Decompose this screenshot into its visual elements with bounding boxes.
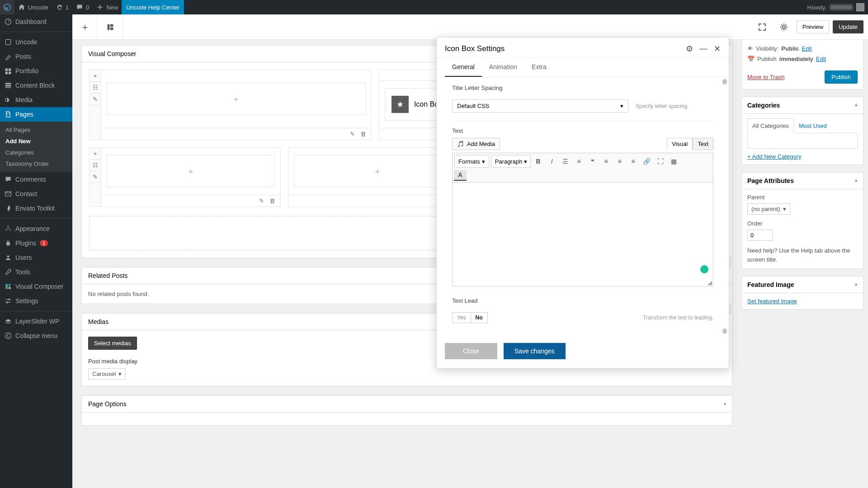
text-lead-yes[interactable]: Yes: [453, 313, 471, 323]
media-display-select[interactable]: Carousel▾: [88, 368, 126, 380]
sidebar-media[interactable]: Media: [0, 93, 72, 107]
link-icon[interactable]: 🔗: [641, 155, 653, 168]
modal-minimize-icon[interactable]: —: [699, 44, 708, 54]
wp-logo[interactable]: [0, 0, 14, 14]
sidebar-pages[interactable]: Pages: [0, 107, 72, 122]
updates-link[interactable]: 1: [52, 0, 72, 14]
sidebar-posts[interactable]: Posts: [0, 49, 72, 64]
bold-icon[interactable]: B: [532, 155, 545, 168]
align-right-icon[interactable]: ≡: [627, 155, 640, 168]
parent-select[interactable]: (no parent)▾: [747, 203, 790, 215]
sidebar-sub-add-new[interactable]: Add New: [0, 136, 72, 147]
sidebar-visual-composer[interactable]: Visual Composer: [0, 279, 72, 294]
categories-box-title[interactable]: Categories: [742, 97, 863, 114]
row-edit-icon[interactable]: ✎: [90, 94, 101, 105]
resize-handle[interactable]: [708, 281, 712, 285]
add-media-button[interactable]: 🎵Add Media: [452, 138, 500, 150]
fullscreen-editor-icon[interactable]: ⛶: [654, 155, 667, 168]
tab-most-used[interactable]: Most Used: [794, 118, 832, 133]
vc-templates[interactable]: [98, 14, 123, 40]
publish-button[interactable]: Publish: [825, 70, 858, 84]
editor-tab-visual[interactable]: Visual: [667, 138, 693, 150]
set-featured-image-link[interactable]: Set featured image: [747, 298, 797, 305]
col-edit-icon[interactable]: ✎: [348, 129, 358, 139]
row-columns-icon[interactable]: ☷: [90, 160, 101, 171]
row-columns-icon[interactable]: ☷: [90, 82, 101, 94]
sidebar-tools[interactable]: Tools: [0, 265, 72, 279]
avatar[interactable]: [856, 3, 864, 11]
sidebar-sub-all-pages[interactable]: All Pages: [0, 124, 72, 136]
sidebar-dashboard[interactable]: Dashboard: [0, 14, 72, 29]
col-edit-icon[interactable]: ✎: [257, 196, 267, 206]
fullscreen-icon[interactable]: [753, 18, 771, 36]
text-lead-no[interactable]: No: [471, 313, 487, 323]
sidebar-portfolio[interactable]: Portfolio: [0, 64, 72, 78]
row-add-icon[interactable]: ＋: [90, 70, 101, 82]
save-changes-button[interactable]: Save changes: [504, 343, 566, 359]
sidebar-appearance[interactable]: Appearance: [0, 221, 72, 236]
sidebar-sub-categories[interactable]: Categories: [0, 147, 72, 158]
grammarly-icon: [700, 265, 708, 273]
italic-icon[interactable]: I: [546, 155, 558, 168]
sidebar-layerslider[interactable]: LayerSlider WP: [0, 314, 72, 328]
bullet-list-icon[interactable]: ☰: [559, 155, 572, 168]
new-link[interactable]: New: [93, 0, 122, 14]
blockquote-icon[interactable]: ❝: [586, 155, 599, 168]
text-lead-toggle[interactable]: Yes No: [452, 312, 488, 323]
select-medias-button[interactable]: Select medias: [88, 337, 137, 350]
text-field-label: Text: [452, 127, 713, 134]
editor-tab-text[interactable]: Text: [693, 138, 713, 150]
toolbar-toggle-icon[interactable]: ▦: [668, 155, 680, 168]
modal-tab-extra[interactable]: Extra: [524, 58, 554, 77]
parent-value: (no parent): [751, 206, 780, 212]
col-delete-icon[interactable]: 🗑: [268, 196, 278, 206]
sidebar-comments[interactable]: Comments: [0, 172, 72, 187]
col-add-placeholder[interactable]: ＋: [107, 155, 275, 188]
col-delete-icon[interactable]: 🗑: [359, 129, 368, 139]
modal-gear-icon[interactable]: ⚙: [686, 44, 693, 54]
sidebar-content-block[interactable]: Content Block: [0, 78, 72, 93]
sidebar-envato[interactable]: Envato Toolkit: [0, 201, 72, 216]
sidebar-contact[interactable]: Contact: [0, 187, 72, 201]
sidebar-collapse[interactable]: Collapse menu: [0, 328, 72, 343]
col-add-placeholder[interactable]: ＋: [107, 83, 366, 115]
comments-link[interactable]: 0: [72, 0, 93, 14]
paragraph-dropdown[interactable]: Paragraph▾: [491, 155, 531, 168]
sidebar-uncode[interactable]: Uncode: [0, 35, 72, 49]
page-options-title[interactable]: Page Options: [82, 396, 732, 413]
modal-tab-animation[interactable]: Animation: [482, 58, 524, 77]
row-edit-icon[interactable]: ✎: [90, 171, 101, 183]
sidebar-plugins[interactable]: Plugins1: [0, 236, 72, 250]
number-list-icon[interactable]: ≡: [573, 155, 585, 168]
page-attributes-title[interactable]: Page Attributes: [742, 173, 863, 189]
featured-image-title[interactable]: Featured Image: [742, 277, 863, 293]
letter-spacing-select[interactable]: Default CSS▾: [452, 99, 628, 113]
move-to-trash-link[interactable]: Move to Trash: [747, 74, 784, 80]
site-link[interactable]: Uncode: [14, 0, 52, 14]
tab-all-categories[interactable]: All Categories: [747, 118, 794, 133]
gear-icon[interactable]: [775, 18, 793, 36]
align-center-icon[interactable]: ≡: [613, 155, 626, 168]
preview-button[interactable]: Preview: [797, 20, 829, 33]
text-color-icon[interactable]: A: [454, 170, 467, 181]
scrollbar-thumb[interactable]: [722, 79, 727, 84]
vc-add-element[interactable]: ＋: [72, 14, 98, 40]
order-input[interactable]: [747, 230, 773, 241]
update-button[interactable]: Update: [833, 20, 863, 33]
row-add-icon[interactable]: ＋: [90, 148, 101, 160]
add-new-category-link[interactable]: + Add New Category: [747, 153, 802, 160]
sidebar-users[interactable]: Users: [0, 250, 72, 265]
modal-close-icon[interactable]: ✕: [714, 44, 721, 54]
formats-dropdown[interactable]: Formats▾: [454, 155, 489, 168]
edit-visibility-link[interactable]: Edit: [802, 45, 811, 52]
help-center-link[interactable]: Uncode Help Center: [122, 0, 184, 14]
text-editor-area[interactable]: [452, 183, 713, 286]
sidebar-settings[interactable]: Settings: [0, 294, 72, 308]
edit-publish-link[interactable]: Edit: [816, 56, 826, 62]
scrollbar-thumb[interactable]: [722, 328, 727, 334]
modal-tab-general[interactable]: General: [445, 58, 482, 77]
sidebar-sub-taxonomy[interactable]: Taxonomy Order: [0, 158, 72, 169]
align-left-icon[interactable]: ≡: [600, 155, 613, 168]
close-button[interactable]: Close: [445, 343, 497, 359]
star-icon: ★: [392, 96, 409, 113]
